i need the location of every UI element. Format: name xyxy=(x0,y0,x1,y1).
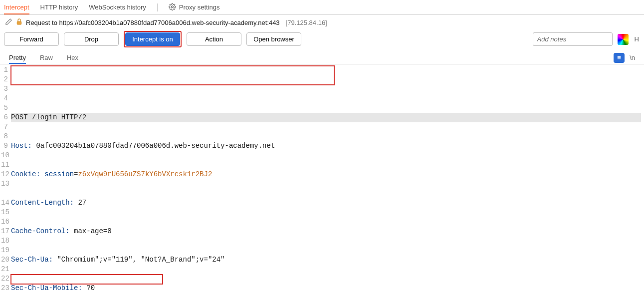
highlight-box-top xyxy=(10,65,335,85)
forward-button[interactable]: Forward xyxy=(4,32,59,46)
drop-button[interactable]: Drop xyxy=(64,32,119,46)
request-url-text: Request to https://0afc003204b1a07880fda… xyxy=(26,19,280,26)
newline-label[interactable]: \n xyxy=(630,54,635,61)
tab-http-history[interactable]: HTTP history xyxy=(40,0,78,14)
proxy-settings-link[interactable]: Proxy settings xyxy=(169,3,220,12)
view-tabs: Pretty Raw Hex ≡ \n xyxy=(0,51,644,64)
tab-hex[interactable]: Hex xyxy=(67,52,78,63)
help-label[interactable]: H xyxy=(634,35,640,43)
notes-input[interactable] xyxy=(533,32,613,46)
separator xyxy=(157,3,158,11)
tab-ws-history[interactable]: WebSockets history xyxy=(89,0,146,14)
request-info-bar: Request to https://0afc003204b1a07880fda… xyxy=(0,15,644,30)
line-gutter: 1234567891011121314151617181920212223 xyxy=(0,65,11,299)
lock-icon xyxy=(15,18,23,27)
pencil-icon[interactable] xyxy=(5,18,12,27)
proxy-settings-label: Proxy settings xyxy=(179,3,220,11)
open-browser-button[interactable]: Open browser xyxy=(246,32,301,46)
equals-icon[interactable]: ≡ xyxy=(614,53,625,63)
top-tabs: Intercept HTTP history WebSockets histor… xyxy=(0,0,644,15)
action-button[interactable]: Action xyxy=(187,32,241,46)
http-editor[interactable]: 1234567891011121314151617181920212223 PO… xyxy=(0,64,644,299)
intercept-toggle-button[interactable]: Intercept is on xyxy=(125,32,180,46)
http-code[interactable]: POST /login HTTP/2 Host: 0afc003204b1a07… xyxy=(11,65,644,299)
tab-intercept[interactable]: Intercept xyxy=(4,0,29,14)
highlight-box-bottom xyxy=(10,274,163,285)
highlight-color-picker[interactable] xyxy=(618,34,629,45)
intercept-toggle-highlight: Intercept is on xyxy=(124,31,182,47)
svg-point-0 xyxy=(171,5,173,7)
toolbar: Forward Drop Intercept is on Action Open… xyxy=(0,30,644,51)
svg-rect-1 xyxy=(17,21,21,24)
tab-raw[interactable]: Raw xyxy=(40,52,53,63)
gear-icon xyxy=(169,3,176,12)
request-ip: [79.125.84.16] xyxy=(286,19,327,26)
tab-pretty[interactable]: Pretty xyxy=(9,52,26,64)
